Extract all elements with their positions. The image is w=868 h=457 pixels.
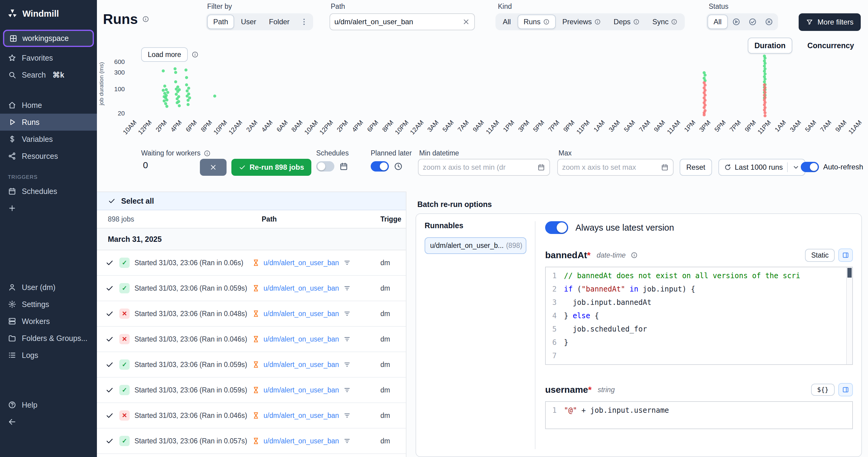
filter-by-path-icon[interactable] (343, 437, 351, 445)
x-tick-label: 6PM (366, 119, 380, 133)
sidebar-item[interactable] (0, 200, 97, 217)
collapse-sidebar-button[interactable] (0, 413, 97, 430)
filter-by-option[interactable]: User (235, 15, 262, 29)
sidebar-item[interactable]: Settings (0, 296, 97, 313)
filter-by-path-icon[interactable] (343, 361, 351, 369)
workspace-selector[interactable]: workingspace (3, 30, 94, 47)
autorefresh-toggle[interactable] (801, 162, 819, 172)
row-checkbox[interactable] (105, 411, 114, 420)
calendar-icon[interactable] (339, 162, 348, 171)
sidebar-item[interactable]: Resources (0, 148, 97, 165)
scrollbar-thumb[interactable] (847, 268, 851, 278)
cancel-selection-button[interactable] (200, 159, 226, 176)
sidebar-item[interactable]: Runs (0, 114, 97, 131)
sidebar-item-help[interactable]: Help (0, 396, 97, 413)
more-filters-button[interactable]: More filters (799, 13, 861, 31)
run-path-link[interactable]: u/dm/alert_on_user_ban (264, 411, 339, 420)
latest-version-toggle[interactable] (545, 221, 568, 234)
row-checkbox[interactable] (105, 309, 114, 318)
kind-option[interactable]: Deps (608, 15, 646, 29)
status-option-all[interactable]: All (708, 15, 728, 29)
sidebar-item[interactable]: Variables (0, 131, 97, 148)
filter-by-path-icon[interactable] (343, 284, 351, 292)
sidebar-item[interactable]: Schedules (0, 183, 97, 200)
open-editor-button[interactable] (838, 383, 853, 396)
filter-by-path-icon[interactable] (343, 386, 351, 394)
rerun-jobs-button[interactable]: Re-run 898 jobs (231, 159, 311, 176)
field-info-icon[interactable] (630, 252, 638, 259)
open-editor-button[interactable] (838, 249, 853, 262)
latest-version-row: Always use latest version (545, 221, 853, 234)
sidebar-item[interactable]: Logs (0, 347, 97, 364)
reset-button[interactable]: Reset (680, 159, 712, 176)
table-row[interactable]: Started 31/03, 23:06 (Ran in 0.059s) u/d… (97, 276, 406, 301)
sidebar-item[interactable]: Workers (0, 313, 97, 330)
kind-option[interactable]: All (497, 15, 517, 29)
kind-option[interactable]: Sync (646, 15, 684, 29)
sidebar-item[interactable]: Search ⌘k (0, 66, 97, 83)
filter-by-path-icon[interactable] (343, 411, 351, 420)
filter-by-path-icon[interactable] (343, 310, 351, 318)
last-runs-dropdown[interactable]: Last 1000 runs (718, 159, 805, 176)
waiting-info-icon[interactable] (204, 150, 211, 157)
kind-option[interactable]: Previews (556, 15, 607, 29)
table-row[interactable]: Started 31/03, 23:06 (Ran in 0.06s) u/dm… (97, 250, 406, 276)
max-datetime-input[interactable] (562, 163, 658, 172)
table-row[interactable]: Started 31/03, 23:06 (Ran in 0.057s) u/d… (97, 429, 406, 454)
row-checkbox[interactable] (105, 284, 114, 292)
filter-by-path-icon[interactable] (343, 335, 351, 343)
clock-icon[interactable] (394, 162, 403, 171)
filter-by-more-button[interactable] (296, 15, 312, 29)
sidebar-item[interactable]: Home (0, 97, 97, 114)
planned-later-toggle[interactable] (371, 161, 389, 172)
select-all-row[interactable]: Select all (97, 192, 406, 210)
row-checkbox[interactable] (105, 386, 114, 394)
schedules-toggle[interactable] (316, 161, 334, 172)
chevron-down-icon[interactable] (792, 163, 800, 171)
table-row[interactable]: Started 31/03, 23:06 (Ran in 0.046s) u/d… (97, 403, 406, 429)
filter-by-option[interactable]: Folder (263, 15, 296, 29)
sidebar-item[interactable]: Favorites (0, 49, 97, 66)
filter-by-option[interactable]: Path (207, 15, 234, 29)
row-checkbox[interactable] (105, 437, 114, 445)
row-checkbox[interactable] (105, 258, 114, 267)
status-option-success[interactable] (745, 15, 761, 29)
row-checkbox[interactable] (105, 360, 114, 369)
bannedat-code-editor[interactable]: 1// bannedAt does not exist on all versi… (545, 267, 853, 365)
kind-option[interactable]: Runs (518, 15, 556, 29)
table-row[interactable]: Started 31/03, 23:06 (Ran in 0.059s) u/d… (97, 378, 406, 403)
main-content: Runs Filter by Path User Folder (97, 0, 868, 457)
calendar-icon[interactable] (537, 163, 545, 171)
table-row[interactable]: Started 31/03, 23:06 (Ran in 0.048s) u/d… (97, 301, 406, 327)
run-path-link[interactable]: u/dm/alert_on_user_ban (264, 361, 339, 369)
planned-later-label: Planned later (371, 149, 412, 157)
run-path-link[interactable]: u/dm/alert_on_user_ban (264, 437, 339, 445)
status-option-running[interactable] (728, 15, 744, 29)
table-row[interactable]: Started 31/03, 23:06 (Ran in 0.046s) u/d… (97, 327, 406, 352)
clear-path-icon[interactable] (462, 18, 470, 26)
status-option-failure[interactable] (761, 15, 777, 29)
runs-info-icon[interactable] (142, 16, 149, 23)
username-code-editor[interactable]: 1"@" + job.input.username (545, 401, 853, 429)
editor-scrollbar[interactable] (846, 267, 852, 364)
triggers-section-heading: TRIGGERS (0, 165, 97, 183)
runnable-item[interactable]: u/dm/alert_on_user_b... (898) (425, 237, 526, 254)
sidebar-item[interactable]: User (dm) (0, 279, 97, 296)
table-row[interactable]: Started 31/03, 23:06 (Ran in 0.059s) u/d… (97, 352, 406, 378)
min-datetime-input[interactable] (423, 163, 534, 172)
run-path-link[interactable]: u/dm/alert_on_user_ban (264, 259, 339, 267)
run-path-link[interactable]: u/dm/alert_on_user_ban (264, 386, 339, 394)
status-badge (119, 334, 130, 344)
scatter-plot[interactable] (131, 51, 857, 115)
calendar-icon[interactable] (661, 163, 669, 171)
run-path-link[interactable]: u/dm/alert_on_user_ban (264, 335, 339, 343)
run-path-link[interactable]: u/dm/alert_on_user_ban (264, 284, 339, 292)
info-icon (543, 19, 550, 25)
path-filter-input[interactable] (334, 18, 459, 26)
expression-mode-button[interactable]: ${} (811, 384, 835, 396)
row-checkbox[interactable] (105, 335, 114, 343)
run-path-link[interactable]: u/dm/alert_on_user_ban (264, 310, 339, 318)
static-mode-button[interactable]: Static (805, 249, 835, 262)
sidebar-item[interactable]: Folders & Groups... (0, 330, 97, 347)
filter-by-path-icon[interactable] (343, 259, 351, 267)
